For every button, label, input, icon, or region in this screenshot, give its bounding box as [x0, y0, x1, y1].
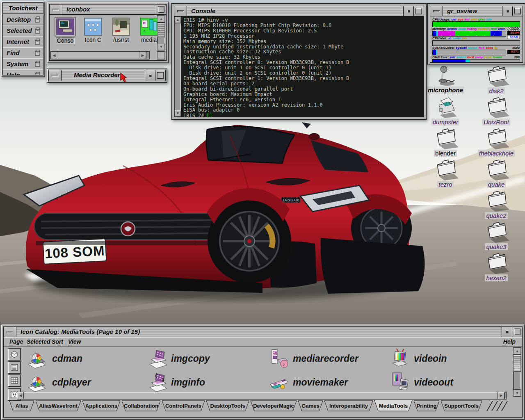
tab-mediatools-selected[interactable]: MediaTools	[374, 400, 412, 411]
maximize-button[interactable]	[512, 6, 523, 16]
scroll-right-arrow[interactable]: ▶	[139, 51, 146, 59]
menu-dot-button[interactable]	[403, 6, 413, 16]
icon-catalog-titlebar[interactable]: Icon Catalog: MediaTools (Page 10 of 15)	[4, 327, 522, 337]
console-titlebar[interactable]: Console	[174, 6, 424, 16]
console-vscroll[interactable]	[174, 16, 181, 117]
desktop-icon-tezro[interactable]: tezro	[422, 158, 469, 188]
view-list-button[interactable]	[8, 361, 21, 374]
catalog-vscroll-thumb[interactable]	[513, 355, 521, 372]
menu-sort[interactable]: Sort	[52, 338, 63, 345]
svg-text:Applications: Applications	[85, 403, 117, 409]
menu-help[interactable]: Help	[503, 338, 516, 345]
iconbox-item-console[interactable]: Conso	[52, 17, 78, 44]
desktop-icon-quake3[interactable]: quake3	[472, 221, 520, 250]
scroll-down-arrow[interactable]: ▼	[174, 110, 181, 117]
tab-controlpanels[interactable]: ControlPanels	[162, 401, 205, 411]
iconbox-vscroll-thumb[interactable]	[157, 23, 165, 37]
window-title: Console	[187, 6, 403, 16]
minimize-button[interactable]	[430, 6, 443, 16]
menu-bar: Page Selected Sort View Help	[4, 337, 522, 347]
iconbox-titlebar[interactable]: iconbox	[50, 5, 166, 15]
minimize-button[interactable]	[174, 6, 187, 16]
console-mini-icon	[55, 17, 76, 37]
toolchest-item-desktop[interactable]: Desktop	[3, 14, 43, 25]
scroll-up-arrow[interactable]: ▲	[174, 16, 181, 23]
mouse-cursor	[120, 73, 129, 83]
scroll-down-arrow[interactable]: ▼	[513, 389, 521, 397]
toolchest-item-selected[interactable]: Selected	[3, 25, 43, 36]
desktop-icon-unixroot[interactable]: UnixRoot	[472, 96, 520, 126]
desktop-icon-quake2[interactable]: quake2	[472, 189, 520, 219]
desktop-icon-dumpster[interactable]: dumpster	[422, 96, 469, 126]
desktop-icon-theblackhole[interactable]: theblackhole	[472, 127, 520, 157]
view-grid-button[interactable]	[8, 374, 21, 387]
terminal-line: Integral Ethernet: ec0, version 1	[183, 97, 424, 103]
maximize-button[interactable]	[156, 5, 166, 14]
desktop-icon-blender[interactable]: blender	[422, 127, 469, 157]
terminal[interactable]: IRIS 1# hinv -v FPU: MIPS R10010 Floatin…	[181, 16, 424, 117]
desktop-icon-disk2[interactable]: disk2	[472, 65, 520, 94]
maximize-button[interactable]	[413, 6, 424, 16]
toolchest-item-system[interactable]: System	[3, 58, 43, 69]
tab-printing[interactable]: Printing	[414, 401, 439, 411]
iconbox-item-usr-st[interactable]: /usr/st	[108, 18, 134, 43]
list-icon	[11, 364, 18, 371]
maximize-button[interactable]	[155, 70, 165, 81]
minimize-button[interactable]	[4, 327, 16, 337]
svg-text:ControlPanels: ControlPanels	[165, 403, 201, 409]
menu-selected[interactable]: Selected	[27, 338, 50, 345]
toolchest-item-label: System	[7, 60, 28, 67]
gr-osview-titlebar[interactable]: gr_osview	[430, 6, 523, 16]
tab-desktoptools[interactable]: DesktopTools	[206, 401, 249, 411]
toolchest-item-internet[interactable]: Internet	[3, 36, 43, 47]
more-tabs-indicator	[487, 401, 507, 411]
icon-label: quake3	[485, 243, 507, 250]
microphone-icon	[433, 65, 458, 86]
terminal-line: FPU: MIPS R10010 Floating Point Chip Rev…	[183, 23, 424, 28]
tab-supporttools[interactable]: SupportTools	[441, 401, 482, 411]
view-cube-button[interactable]	[8, 348, 21, 361]
strip-bar-gfx	[432, 59, 520, 63]
catalog-entry-label: cdman	[52, 353, 82, 364]
catalog-entry-label: moviemaker	[293, 377, 348, 388]
desktop-icon-hexen2[interactable]: hexen2	[472, 252, 520, 281]
scroll-down-arrow[interactable]: ▼	[157, 43, 165, 50]
scroll-up-arrow[interactable]: ▲	[157, 15, 165, 23]
iconbox-hscroll-thumb[interactable]	[57, 51, 140, 59]
media-recorder-titlebar[interactable]: Media Recorder	[49, 70, 165, 81]
maximize-button[interactable]	[512, 327, 522, 337]
toolchest-title[interactable]: Toolchest	[3, 3, 43, 14]
icon-label: hexen2	[485, 274, 507, 281]
icon-label: microphone	[427, 87, 464, 94]
minimize-button[interactable]	[49, 70, 62, 81]
menu-view[interactable]: View	[68, 338, 81, 345]
menu-dot-button[interactable]	[502, 6, 512, 16]
tab-aliaswavefront[interactable]: AliasWavefront	[36, 401, 81, 411]
imgcopy-icon	[148, 349, 169, 369]
toolchest-item-label: Selected	[7, 27, 32, 34]
tab-collaboration[interactable]: Collaboration	[122, 401, 160, 411]
terminal-line: 1 195 MHZ IP28 Processor	[183, 34, 424, 39]
iconbox-item-iconcatalog[interactable]: Icon C	[80, 18, 106, 43]
menu-dot-button[interactable]	[145, 70, 155, 81]
desktop-icon-microphone[interactable]: microphone	[422, 65, 469, 94]
tab-interoperability[interactable]: Interoperability	[324, 401, 373, 411]
catalog-hscroll-thumb[interactable]	[23, 392, 498, 399]
tab-developermagic[interactable]: DeveloperMagic	[251, 401, 297, 411]
tab-applications[interactable]: Applications	[82, 401, 120, 411]
desktop-icon-quake[interactable]: quake	[472, 158, 520, 188]
menu-page[interactable]: Page	[9, 338, 23, 345]
gr-osview-strips: CPUUsage:usrsysintrgfxfgfxcidle Memory:k…	[432, 18, 520, 63]
scroll-up-arrow[interactable]: ▲	[513, 347, 521, 355]
desktop: SVR 108 SOM JAGUAR	[0, 0, 525, 420]
scroll-right-arrow[interactable]: ▶	[498, 392, 505, 399]
resize-corner[interactable]	[157, 51, 165, 59]
terminal-prompt: IRIS 2#	[183, 113, 207, 117]
minimize-button[interactable]	[50, 5, 62, 14]
toolchest-item-help[interactable]: Help	[3, 69, 43, 75]
tab-alias[interactable]: Alias	[9, 401, 34, 411]
mnemonic-underline	[502, 345, 506, 345]
tab-games[interactable]: Games	[298, 401, 323, 411]
menu-dot-button[interactable]	[502, 327, 512, 337]
toolchest-item-find[interactable]: Find	[3, 47, 43, 58]
